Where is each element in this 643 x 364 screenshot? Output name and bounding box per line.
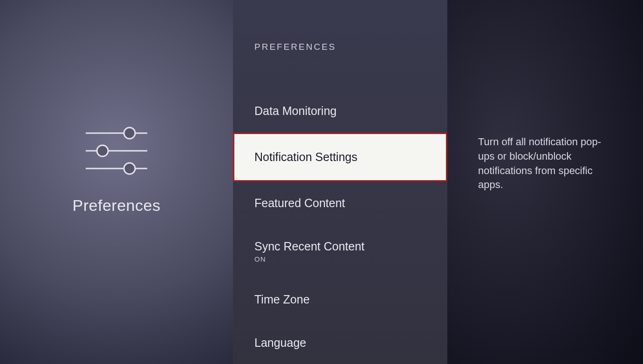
menu-item-sync-recent-content[interactable]: Sync Recent Content ON <box>233 225 447 278</box>
category-title: Preferences <box>73 196 161 215</box>
svg-point-1 <box>124 128 135 139</box>
menu-item-language[interactable]: Language <box>233 321 447 364</box>
item-description: Turn off all notification pop-ups or blo… <box>478 135 617 192</box>
section-header: PREFERENCES <box>233 42 447 52</box>
sliders-icon <box>79 122 154 180</box>
menu-item-data-monitoring[interactable]: Data Monitoring <box>233 89 447 133</box>
settings-menu-panel: PREFERENCES Data Monitoring Notification… <box>233 0 447 364</box>
menu-item-label: Data Monitoring <box>254 104 336 117</box>
description-panel: Turn off all notification pop-ups or blo… <box>447 0 643 364</box>
menu-item-label: Sync Recent Content <box>254 240 364 253</box>
menu-item-notification-settings[interactable]: Notification Settings <box>233 133 447 182</box>
menu-item-time-zone[interactable]: Time Zone <box>233 278 447 321</box>
menu-item-label: Featured Content <box>254 196 345 209</box>
menu-item-label: Language <box>254 336 306 349</box>
menu-item-label: Time Zone <box>254 293 310 306</box>
svg-point-3 <box>97 145 108 156</box>
menu-item-featured-content[interactable]: Featured Content <box>233 182 447 225</box>
left-category-panel: Preferences <box>0 0 233 364</box>
menu-list: Data Monitoring Notification Settings Fe… <box>233 89 447 364</box>
menu-item-value: ON <box>254 255 426 263</box>
svg-point-5 <box>124 163 135 174</box>
menu-item-label: Notification Settings <box>254 150 357 163</box>
